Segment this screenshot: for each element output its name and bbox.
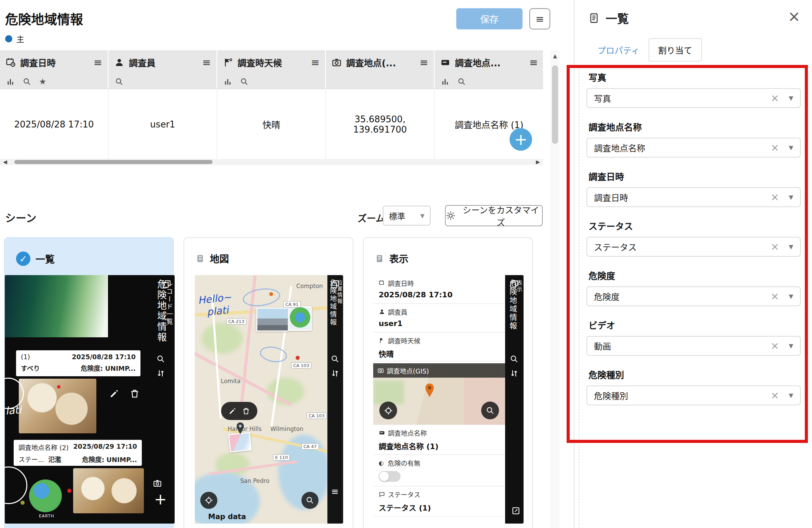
field-select[interactable]: 調査地点名称 × ▼: [586, 138, 801, 158]
column-header-datetime[interactable]: 調査日時 ≡ ★: [0, 50, 109, 89]
clear-icon[interactable]: ×: [771, 291, 779, 301]
search-icon[interactable]: [240, 77, 249, 86]
map-marker-dot: [269, 292, 273, 296]
model-badge: 主: [5, 33, 24, 44]
clear-icon[interactable]: ×: [771, 93, 779, 103]
search-icon[interactable]: [23, 77, 31, 86]
scroll-up-icon[interactable]: ▲: [551, 50, 559, 59]
clear-icon[interactable]: ×: [771, 242, 779, 252]
scroll-right-icon[interactable]: ▶: [533, 159, 543, 165]
badge-dot-icon: [5, 35, 12, 42]
clear-icon[interactable]: ×: [771, 143, 779, 153]
field-select[interactable]: 写真 × ▼: [586, 88, 801, 108]
half-circle-icon: ◐: [379, 460, 385, 466]
chevron-down-icon: ▼: [420, 213, 424, 219]
scrollbar-thumb[interactable]: [552, 65, 558, 144]
list-icon: [588, 12, 599, 25]
chevron-down-icon[interactable]: ▼: [789, 95, 793, 101]
handwriting-text: plati: [206, 304, 229, 318]
column-menu-icon[interactable]: ≡: [529, 56, 538, 68]
scene-name-label: 一覧: [36, 252, 55, 266]
detail-map: 調査地点(GIS): [373, 363, 505, 425]
chevron-down-icon[interactable]: ▼: [789, 392, 793, 399]
phone-side-strip: 危険地域情報 レコード一覧 +: [148, 275, 175, 524]
toggle-knob: [379, 472, 389, 481]
column-header-gps[interactable]: 調査地点(... ≡: [326, 50, 435, 89]
photo-city: [256, 308, 289, 331]
badge-label: 主: [16, 33, 24, 44]
record-preview: 調査地点名称 (2)2025/08/29 17:10 ステー... 氾濫危険度:…: [14, 440, 142, 466]
chevron-down-icon[interactable]: ▼: [789, 194, 793, 201]
field-select[interactable]: 危険種別 × ▼: [586, 385, 801, 405]
vertical-scrollbar[interactable]: ▲: [551, 50, 559, 528]
weather-icon: [379, 337, 385, 344]
search-icon: [330, 354, 340, 364]
chevron-down-icon[interactable]: ▼: [789, 293, 793, 300]
chevron-down-icon[interactable]: ▼: [789, 342, 793, 349]
app-window: 危険地域情報 主 保存 ≡ 調査日時 ≡ ★: [0, 0, 812, 528]
field-select[interactable]: 調査日時 × ▼: [586, 187, 801, 207]
sort-icon: [510, 369, 519, 378]
table-row[interactable]: 2025/08/28 17:10 user1 快晴 35.689500, 139…: [0, 89, 543, 160]
plus-icon: +: [154, 490, 167, 508]
column-header-point-name[interactable]: 調査地点... ≡: [435, 50, 543, 89]
weather-icon: [223, 57, 233, 68]
zoom-select[interactable]: 標準 ▼: [383, 206, 431, 226]
horizontal-scrollbar[interactable]: ◀ ▶: [0, 159, 543, 165]
clear-icon[interactable]: ×: [771, 390, 779, 401]
cell-datetime: 2025/08/28 17:10: [0, 89, 109, 159]
scene-card-map[interactable]: 地図 Hello~ plati: [184, 237, 353, 528]
clear-icon[interactable]: ×: [771, 341, 779, 351]
field-status: ステータス ステータス × ▼: [586, 221, 801, 257]
map-marker-dot: [296, 356, 300, 360]
column-menu-icon[interactable]: ≡: [311, 56, 320, 68]
handwriting-stroke: [5, 466, 27, 504]
selected-value: 調査日時: [594, 191, 628, 203]
road-shield: CA 47: [301, 443, 319, 450]
column-label: 調査日時: [20, 56, 56, 69]
scroll-left-icon[interactable]: ◀: [0, 159, 10, 165]
histogram-icon[interactable]: [224, 77, 232, 86]
histogram-icon[interactable]: [6, 77, 15, 86]
panel-divider: [579, 67, 580, 528]
clear-icon[interactable]: ×: [771, 192, 779, 202]
column-menu-icon[interactable]: ≡: [420, 56, 428, 68]
chevron-down-icon[interactable]: ▼: [789, 144, 793, 151]
locate-button: [379, 402, 397, 419]
star-icon[interactable]: ★: [39, 77, 46, 86]
photo-puppies: [73, 468, 144, 513]
scene-card-list[interactable]: ✓ 一覧 (1)2025/08/28 17:10 すべり危険度: UNIMP..…: [4, 237, 174, 528]
column-label: 調査員: [129, 56, 155, 69]
field-select[interactable]: ステータス × ▼: [586, 237, 801, 257]
column-header-weather[interactable]: 調査時天候 ≡: [217, 50, 326, 89]
histogram-icon[interactable]: [441, 77, 450, 86]
cell-surveyor: user1: [109, 89, 217, 159]
panel-title: 一覧: [606, 10, 629, 26]
map-pin-icon: [424, 383, 435, 397]
field-video: ビデオ 動画 × ▼: [586, 320, 801, 356]
column-menu-icon[interactable]: ≡: [202, 56, 211, 68]
scrollbar-thumb[interactable]: [14, 160, 213, 164]
field-select[interactable]: 動画 × ▼: [586, 336, 801, 356]
edit-delete-toolbar: [221, 402, 257, 420]
search-icon[interactable]: [457, 77, 466, 86]
save-button[interactable]: 保存: [456, 8, 523, 29]
scene-card-display[interactable]: 表示 調査日時 2025/08/28 17:10 調査員 user1: [363, 237, 533, 528]
map-urban-area: [464, 378, 505, 425]
close-button[interactable]: ×: [788, 9, 800, 24]
search-icon[interactable]: [115, 77, 124, 86]
field-select[interactable]: 危険度 × ▼: [586, 286, 801, 306]
tab-properties[interactable]: プロパティ: [588, 38, 649, 62]
text-card-icon: [379, 430, 385, 436]
scene-preview-list: (1)2025/08/28 17:10 すべり危険度: UNIMP... lat…: [5, 275, 175, 524]
tab-assignment[interactable]: 割り当て: [649, 38, 702, 62]
phone-side-strip: 危険地域情報 表示: [505, 275, 524, 524]
menu-button[interactable]: ≡: [529, 8, 550, 29]
selected-check-icon: ✓: [16, 252, 30, 266]
chevron-down-icon[interactable]: ▼: [789, 243, 793, 250]
add-record-button[interactable]: +: [510, 128, 532, 151]
column-header-surveyor[interactable]: 調査員 ≡: [109, 50, 217, 89]
column-menu-icon[interactable]: ≡: [94, 56, 102, 68]
record-preview: (1)2025/08/28 17:10 すべり危険度: UNIMP...: [16, 350, 140, 376]
customize-scene-button[interactable]: シーンをカスタマイズ: [445, 205, 543, 226]
